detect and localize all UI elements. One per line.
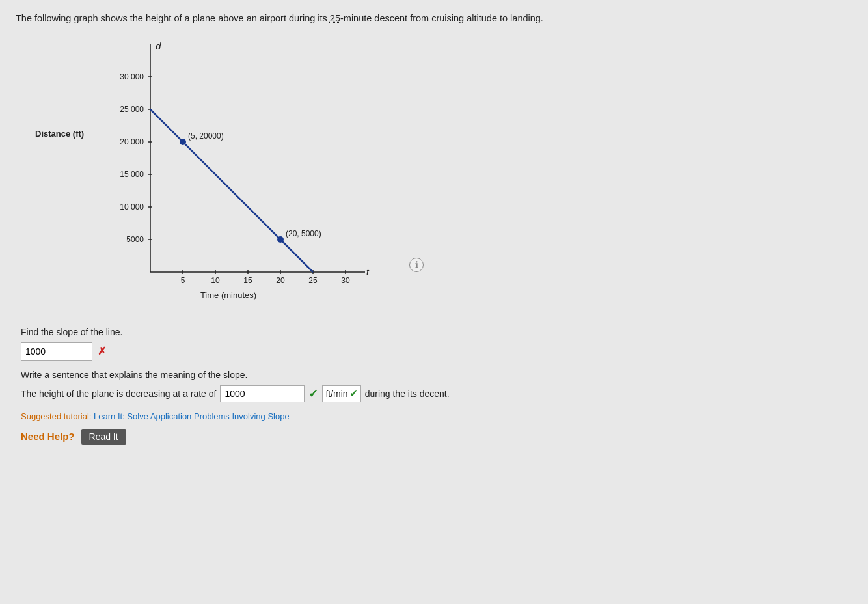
point-2-label: (20, 5000)	[286, 229, 321, 238]
sentence-suffix: during the its decent.	[365, 389, 450, 399]
questions-section: Find the slope of the line. ✗ Write a se…	[21, 327, 852, 445]
graph-area: d t 30 000 25 000 20 000 15 000 10 000 5…	[85, 38, 385, 311]
slope-incorrect-icon: ✗	[98, 345, 106, 357]
svg-text:25 000: 25 000	[120, 105, 144, 114]
svg-text:10 000: 10 000	[120, 202, 144, 212]
svg-text:15 000: 15 000	[120, 170, 144, 179]
svg-text:20: 20	[276, 276, 285, 285]
meaning-row: The height of the plane is decreasing at…	[21, 385, 852, 402]
svg-text:25: 25	[308, 276, 318, 285]
svg-text:15: 15	[243, 276, 252, 285]
unit-select-wrapper: ft/min ✓	[322, 385, 360, 402]
slope-question-label: Find the slope of the line.	[21, 327, 852, 337]
svg-line-27	[150, 109, 313, 272]
unit-check-icon: ✓	[349, 387, 358, 400]
need-help-row: Need Help? Read It	[21, 429, 852, 445]
d-axis-label: d	[156, 40, 161, 51]
point-1-label: (5, 20000)	[188, 131, 224, 141]
svg-text:Time (minutes): Time (minutes)	[200, 290, 256, 300]
suggested-tutorial: Suggested tutorial: Learn It: Solve Appl…	[21, 411, 852, 421]
problem-text: The following graph shows the height of …	[16, 12, 852, 26]
read-it-button[interactable]: Read It	[81, 429, 126, 445]
need-help-label: Need Help?	[21, 431, 75, 442]
tutorial-link[interactable]: Learn It: Solve Application Problems Inv…	[94, 411, 290, 421]
y-axis-label: Distance (ft)	[35, 129, 84, 139]
t-axis-label: t	[366, 267, 370, 277]
svg-text:30 000: 30 000	[120, 72, 144, 81]
svg-text:5: 5	[181, 276, 185, 285]
meaning-input[interactable]	[220, 385, 305, 402]
svg-text:30: 30	[341, 276, 350, 285]
slope-input[interactable]	[21, 342, 92, 361]
suggested-label: Suggested tutorial:	[21, 411, 91, 421]
graph-container: Distance (ft) d t 30 000 25 000 20 000 1…	[35, 38, 852, 311]
svg-text:5000: 5000	[126, 235, 144, 244]
sentence-prefix: The height of the plane is decreasing at…	[21, 389, 216, 399]
svg-text:20 000: 20 000	[120, 137, 144, 146]
meaning-check-icon: ✓	[308, 387, 318, 401]
graph-svg: d t 30 000 25 000 20 000 15 000 10 000 5…	[85, 38, 385, 311]
slope-input-row: ✗	[21, 342, 852, 361]
point-1	[180, 139, 186, 145]
info-icon[interactable]: ℹ	[409, 258, 424, 272]
point-2	[277, 236, 284, 243]
meaning-question-label: Write a sentence that explains the meani…	[21, 370, 852, 380]
unit-label: ft/min	[325, 389, 347, 399]
svg-text:10: 10	[211, 276, 220, 285]
